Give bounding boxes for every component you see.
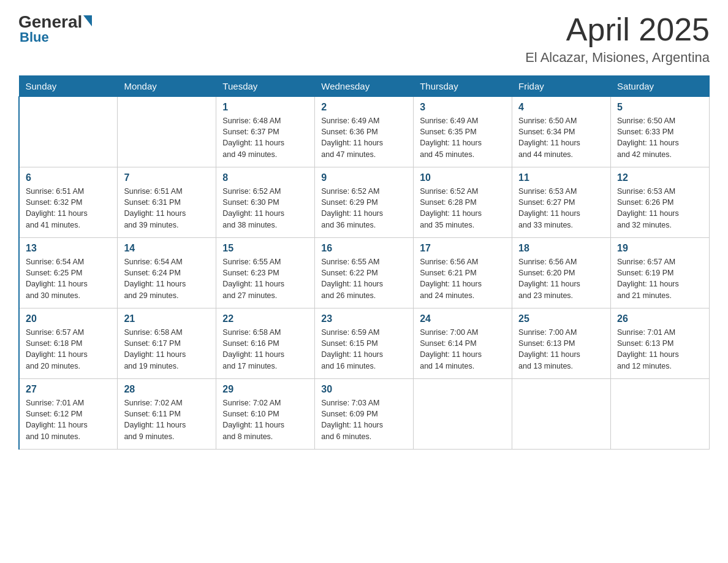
day-number: 3 <box>420 102 506 113</box>
day-number: 7 <box>124 172 210 183</box>
weekday-header-sunday: Sunday <box>19 76 118 97</box>
weekday-header-thursday: Thursday <box>414 76 512 97</box>
calendar-cell: 15Sunrise: 6:55 AMSunset: 6:23 PMDayligh… <box>216 238 315 308</box>
day-number: 1 <box>222 102 308 113</box>
day-number: 17 <box>420 243 506 254</box>
calendar-week-3: 13Sunrise: 6:54 AMSunset: 6:25 PMDayligh… <box>19 238 710 308</box>
day-info: Sunrise: 6:51 AMSunset: 6:32 PMDaylight:… <box>26 186 111 231</box>
day-number: 26 <box>617 313 703 324</box>
weekday-header-row: SundayMondayTuesdayWednesdayThursdayFrid… <box>19 76 710 97</box>
calendar-cell: 18Sunrise: 6:56 AMSunset: 6:20 PMDayligh… <box>512 238 611 308</box>
day-info: Sunrise: 6:52 AMSunset: 6:29 PMDaylight:… <box>321 186 407 231</box>
calendar-cell <box>512 379 611 450</box>
calendar-cell: 24Sunrise: 7:00 AMSunset: 6:14 PMDayligh… <box>414 308 512 379</box>
calendar-week-1: 1Sunrise: 6:48 AMSunset: 6:37 PMDaylight… <box>19 97 710 167</box>
calendar-cell: 13Sunrise: 6:54 AMSunset: 6:25 PMDayligh… <box>19 238 118 308</box>
day-number: 15 <box>222 243 308 254</box>
page-header: General Blue April 2025 El Alcazar, Misi… <box>18 12 710 66</box>
calendar-cell: 20Sunrise: 6:57 AMSunset: 6:18 PMDayligh… <box>19 308 118 379</box>
day-number: 4 <box>518 102 604 113</box>
weekday-header-saturday: Saturday <box>611 76 710 97</box>
day-info: Sunrise: 6:49 AMSunset: 6:36 PMDaylight:… <box>321 115 407 160</box>
day-info: Sunrise: 6:58 AMSunset: 6:17 PMDaylight:… <box>124 327 210 372</box>
day-number: 9 <box>321 172 407 183</box>
day-number: 11 <box>518 172 604 183</box>
calendar-cell: 12Sunrise: 6:53 AMSunset: 6:26 PMDayligh… <box>611 167 710 238</box>
weekday-header-wednesday: Wednesday <box>315 76 414 97</box>
day-number: 22 <box>222 313 308 324</box>
calendar-cell: 19Sunrise: 6:57 AMSunset: 6:19 PMDayligh… <box>611 238 710 308</box>
calendar-cell: 4Sunrise: 6:50 AMSunset: 6:34 PMDaylight… <box>512 97 611 167</box>
day-info: Sunrise: 7:03 AMSunset: 6:09 PMDaylight:… <box>321 397 407 442</box>
day-number: 24 <box>420 313 506 324</box>
day-number: 12 <box>617 172 703 183</box>
day-number: 30 <box>321 384 407 395</box>
title-block: April 2025 El Alcazar, Misiones, Argenti… <box>525 12 710 66</box>
calendar-cell: 9Sunrise: 6:52 AMSunset: 6:29 PMDaylight… <box>315 167 414 238</box>
day-info: Sunrise: 6:54 AMSunset: 6:24 PMDaylight:… <box>124 256 210 301</box>
calendar-cell: 10Sunrise: 6:52 AMSunset: 6:28 PMDayligh… <box>414 167 512 238</box>
day-number: 27 <box>26 384 111 395</box>
weekday-header-friday: Friday <box>512 76 611 97</box>
calendar-cell <box>414 379 512 450</box>
day-info: Sunrise: 6:51 AMSunset: 6:31 PMDaylight:… <box>124 186 210 231</box>
calendar-cell: 17Sunrise: 6:56 AMSunset: 6:21 PMDayligh… <box>414 238 512 308</box>
calendar-cell: 6Sunrise: 6:51 AMSunset: 6:32 PMDaylight… <box>19 167 118 238</box>
day-info: Sunrise: 7:00 AMSunset: 6:14 PMDaylight:… <box>420 327 506 372</box>
calendar-cell: 28Sunrise: 7:02 AMSunset: 6:11 PMDayligh… <box>118 379 216 450</box>
calendar-cell: 25Sunrise: 7:00 AMSunset: 6:13 PMDayligh… <box>512 308 611 379</box>
day-number: 13 <box>26 243 111 254</box>
calendar-week-2: 6Sunrise: 6:51 AMSunset: 6:32 PMDaylight… <box>19 167 710 238</box>
calendar-cell: 1Sunrise: 6:48 AMSunset: 6:37 PMDaylight… <box>216 97 315 167</box>
day-info: Sunrise: 6:48 AMSunset: 6:37 PMDaylight:… <box>222 115 308 160</box>
calendar-cell: 16Sunrise: 6:55 AMSunset: 6:22 PMDayligh… <box>315 238 414 308</box>
calendar-cell: 30Sunrise: 7:03 AMSunset: 6:09 PMDayligh… <box>315 379 414 450</box>
calendar-week-4: 20Sunrise: 6:57 AMSunset: 6:18 PMDayligh… <box>19 308 710 379</box>
calendar-cell: 29Sunrise: 7:02 AMSunset: 6:10 PMDayligh… <box>216 379 315 450</box>
month-title: April 2025 <box>525 12 710 47</box>
calendar-cell: 7Sunrise: 6:51 AMSunset: 6:31 PMDaylight… <box>118 167 216 238</box>
day-number: 18 <box>518 243 604 254</box>
day-number: 16 <box>321 243 407 254</box>
day-info: Sunrise: 6:53 AMSunset: 6:27 PMDaylight:… <box>518 186 604 231</box>
day-info: Sunrise: 6:58 AMSunset: 6:16 PMDaylight:… <box>222 327 308 372</box>
day-info: Sunrise: 7:01 AMSunset: 6:13 PMDaylight:… <box>617 327 703 372</box>
calendar-cell: 26Sunrise: 7:01 AMSunset: 6:13 PMDayligh… <box>611 308 710 379</box>
day-info: Sunrise: 6:59 AMSunset: 6:15 PMDaylight:… <box>321 327 407 372</box>
logo-blue-subtitle: Blue <box>20 29 49 45</box>
day-number: 2 <box>321 102 407 113</box>
day-info: Sunrise: 6:52 AMSunset: 6:30 PMDaylight:… <box>222 186 308 231</box>
day-info: Sunrise: 7:00 AMSunset: 6:13 PMDaylight:… <box>518 327 604 372</box>
day-number: 10 <box>420 172 506 183</box>
calendar-cell: 14Sunrise: 6:54 AMSunset: 6:24 PMDayligh… <box>118 238 216 308</box>
calendar-cell: 8Sunrise: 6:52 AMSunset: 6:30 PMDaylight… <box>216 167 315 238</box>
day-info: Sunrise: 6:56 AMSunset: 6:20 PMDaylight:… <box>518 256 604 301</box>
weekday-header-tuesday: Tuesday <box>216 76 315 97</box>
day-info: Sunrise: 7:01 AMSunset: 6:12 PMDaylight:… <box>26 397 111 442</box>
location-title: El Alcazar, Misiones, Argentina <box>525 50 710 66</box>
day-info: Sunrise: 6:50 AMSunset: 6:33 PMDaylight:… <box>617 115 703 160</box>
logo-triangle-icon <box>83 15 92 26</box>
calendar-cell <box>19 97 118 167</box>
calendar-cell: 2Sunrise: 6:49 AMSunset: 6:36 PMDaylight… <box>315 97 414 167</box>
day-info: Sunrise: 6:52 AMSunset: 6:28 PMDaylight:… <box>420 186 506 231</box>
day-number: 21 <box>124 313 210 324</box>
day-number: 14 <box>124 243 210 254</box>
day-number: 25 <box>518 313 604 324</box>
day-info: Sunrise: 6:55 AMSunset: 6:22 PMDaylight:… <box>321 256 407 301</box>
day-info: Sunrise: 7:02 AMSunset: 6:10 PMDaylight:… <box>222 397 308 442</box>
day-info: Sunrise: 7:02 AMSunset: 6:11 PMDaylight:… <box>124 397 210 442</box>
day-info: Sunrise: 6:50 AMSunset: 6:34 PMDaylight:… <box>518 115 604 160</box>
calendar-cell: 3Sunrise: 6:49 AMSunset: 6:35 PMDaylight… <box>414 97 512 167</box>
day-number: 19 <box>617 243 703 254</box>
calendar-cell: 21Sunrise: 6:58 AMSunset: 6:17 PMDayligh… <box>118 308 216 379</box>
calendar-cell: 5Sunrise: 6:50 AMSunset: 6:33 PMDaylight… <box>611 97 710 167</box>
calendar-cell: 11Sunrise: 6:53 AMSunset: 6:27 PMDayligh… <box>512 167 611 238</box>
calendar-cell: 23Sunrise: 6:59 AMSunset: 6:15 PMDayligh… <box>315 308 414 379</box>
day-info: Sunrise: 6:53 AMSunset: 6:26 PMDaylight:… <box>617 186 703 231</box>
calendar-cell <box>118 97 216 167</box>
day-number: 6 <box>26 172 111 183</box>
day-info: Sunrise: 6:57 AMSunset: 6:18 PMDaylight:… <box>26 327 111 372</box>
day-info: Sunrise: 6:57 AMSunset: 6:19 PMDaylight:… <box>617 256 703 301</box>
day-info: Sunrise: 6:56 AMSunset: 6:21 PMDaylight:… <box>420 256 506 301</box>
